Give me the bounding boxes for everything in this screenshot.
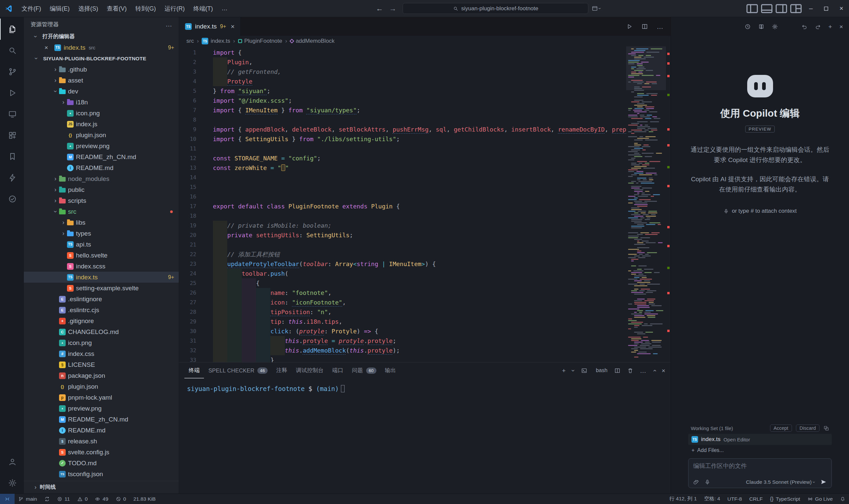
tree-item-changelog-md[interactable]: CCHANGELOG.md xyxy=(24,326,179,337)
close-editor-icon[interactable]: × xyxy=(45,44,48,51)
new-edit-session-icon[interactable]: + xyxy=(829,23,832,30)
tree-item-asset[interactable]: ›asset xyxy=(24,75,179,86)
close-panel-icon[interactable]: × xyxy=(662,367,665,374)
activity-extensions[interactable] xyxy=(0,125,24,146)
accept-button[interactable]: Accept xyxy=(770,425,792,432)
breadcrumb-index.ts[interactable]: TSindex.ts xyxy=(202,38,230,44)
status-blocked-status[interactable]: 0 xyxy=(112,494,130,504)
activity-live-server[interactable] xyxy=(0,167,24,188)
maximize-panel-icon[interactable]: › xyxy=(651,370,657,372)
mic-icon[interactable] xyxy=(705,479,710,485)
tree-item-license[interactable]: §LICENSE xyxy=(24,359,179,370)
tree-item-pnpm-lock-yaml[interactable]: ppnpm-lock.yaml xyxy=(24,392,179,403)
status-notifications[interactable] xyxy=(836,494,849,504)
status-indentation[interactable]: 空格: 4 xyxy=(700,494,724,504)
menu-selection[interactable]: 选择(S) xyxy=(74,5,103,13)
terminal-instance-icon[interactable] xyxy=(581,367,587,374)
tree-item-readme-zh-cn-md[interactable]: MREADME_zh_CN.md xyxy=(24,414,179,425)
split-terminal-icon[interactable] xyxy=(614,367,621,374)
activity-run-and-debug[interactable] xyxy=(0,82,24,103)
breadcrumb-src[interactable]: src xyxy=(186,38,194,44)
tree-item-i18n[interactable]: ›i18n xyxy=(24,97,179,108)
menu-more[interactable]: … xyxy=(217,5,232,12)
tree-item-api-ts[interactable]: TSapi.ts xyxy=(24,239,179,250)
tree-item-scripts[interactable]: ›scripts xyxy=(24,195,179,206)
tree-item-icon-png[interactable]: ▲icon.png xyxy=(24,108,179,119)
terminal[interactable]: siyuan-plugin-blockref-footnote $ (main) xyxy=(179,378,671,493)
breadcrumb-addmemoblock[interactable]: addMemoBlock xyxy=(290,38,335,44)
tree-item-src[interactable]: ›src xyxy=(24,206,179,217)
menu-view[interactable]: 查看(V) xyxy=(103,5,131,13)
open-notebook-icon[interactable] xyxy=(758,23,764,30)
workspace-root-header[interactable]: › SIYUAN-PLUGIN-BLOCKREF-FOOTNOTE xyxy=(24,53,179,64)
panel-tab-输出[interactable]: 输出 xyxy=(381,362,400,378)
close-tab-icon[interactable]: × xyxy=(231,23,235,31)
menu-run[interactable]: 运行(R) xyxy=(160,5,189,13)
close-window-button[interactable]: × xyxy=(834,0,849,17)
open-diff-icon[interactable] xyxy=(824,426,829,431)
redo-edit-icon[interactable] xyxy=(815,23,821,30)
split-editor-icon[interactable] xyxy=(641,23,648,30)
minimize-button[interactable]: – xyxy=(803,0,818,17)
tree-item-plugin-json[interactable]: {}plugin.json xyxy=(24,129,179,141)
tree-item-package-json[interactable]: npackage.json xyxy=(24,370,179,381)
tree-item-types[interactable]: ›types xyxy=(24,228,179,239)
tree-item-index-scss[interactable]: Sindex.scss xyxy=(24,261,179,272)
tree-item--github[interactable]: ›.github xyxy=(24,64,179,75)
configure-icon[interactable] xyxy=(772,23,778,30)
activity-settings[interactable] xyxy=(0,472,24,493)
remote-window-menu[interactable]: › xyxy=(592,5,601,12)
status-spell-checker-status[interactable]: 49 xyxy=(91,494,112,504)
status-git-sync[interactable] xyxy=(41,494,53,504)
history-icon[interactable] xyxy=(745,23,751,30)
panel-tab-问题[interactable]: 问题60 xyxy=(348,362,380,378)
status-problems-warnings[interactable]: 0 xyxy=(74,494,91,504)
status-cursor-position[interactable]: 行 412, 列 1 xyxy=(665,494,700,504)
menu-file[interactable]: 文件(F) xyxy=(17,5,46,13)
new-terminal-icon[interactable]: + xyxy=(562,367,566,374)
tree-item-preview-png[interactable]: ▲preview.png xyxy=(24,141,179,151)
tree-item-libs[interactable]: ›libs xyxy=(24,217,179,228)
timeline-section[interactable]: › 时间线 xyxy=(24,481,179,493)
panel-tab-注释[interactable]: 注释 xyxy=(272,362,292,378)
tree-item-index-css[interactable]: #index.css xyxy=(24,348,179,359)
activity-accounts[interactable] xyxy=(0,451,24,472)
tree-item-svelte-config-js[interactable]: Ssvelte.config.js xyxy=(24,447,179,457)
menu-terminal[interactable]: 终端(T) xyxy=(189,5,217,13)
launch-profile-icon[interactable]: › xyxy=(570,370,576,372)
tree-item-index-js[interactable]: JSindex.js xyxy=(24,119,179,129)
tree-item--gitignore[interactable]: +.gitignore xyxy=(24,316,179,326)
discard-button[interactable]: Discard xyxy=(796,425,819,432)
status-remote-indicator[interactable] xyxy=(0,494,15,504)
add-files-button[interactable]: + Add Files... xyxy=(688,445,832,456)
status-git-branch[interactable]: main xyxy=(15,494,41,504)
status-problems-errors[interactable]: 11 xyxy=(53,494,74,504)
minimap[interactable] xyxy=(626,47,666,362)
activity-remote-explorer[interactable] xyxy=(0,103,24,125)
activity-bookmarks[interactable] xyxy=(0,146,24,167)
more-actions-icon[interactable]: … xyxy=(640,367,646,374)
customize-layout-icon[interactable] xyxy=(789,0,803,17)
tree-item--eslintrc-cjs[interactable]: E.eslintrc.cjs xyxy=(24,305,179,316)
status-language-mode[interactable]: {}TypeScript xyxy=(766,494,804,504)
status-go-live[interactable]: Go Live xyxy=(804,494,836,504)
panel-tab-终端[interactable]: 终端 xyxy=(185,362,204,378)
copilot-input-box[interactable]: Claude 3.5 Sonnet (Preview) › xyxy=(688,458,832,488)
toggle-primary-sidebar-icon[interactable] xyxy=(745,0,760,17)
command-center-search[interactable]: siyuan-plugin-blockref-footnote xyxy=(403,3,588,14)
tree-item-readme-md[interactable]: iREADME.md xyxy=(24,425,179,436)
attach-icon[interactable] xyxy=(693,479,699,485)
tree-item-hello-svelte[interactable]: Shello.svelte xyxy=(24,250,179,261)
status-eol[interactable]: CRLF xyxy=(746,494,766,504)
tree-item-node-modules[interactable]: ›node_modules xyxy=(24,173,179,184)
activity-source-control[interactable] xyxy=(0,61,24,82)
activity-explorer[interactable] xyxy=(0,19,24,40)
code-editor[interactable]: 1import {2 Plugin,3 // getFrontend,4 Pro… xyxy=(179,47,671,362)
tree-item-setting-example-svelte[interactable]: Ssetting-example.svelte xyxy=(24,283,179,293)
tree-item-plugin-json[interactable]: {}plugin.json xyxy=(24,381,179,392)
tree-item-preview-png[interactable]: ▲preview.png xyxy=(24,403,179,414)
activity-testing[interactable] xyxy=(0,188,24,210)
menu-goto[interactable]: 转到(G) xyxy=(131,5,160,13)
tree-item-icon-png[interactable]: ▲icon.png xyxy=(24,337,179,348)
more-actions-icon[interactable]: … xyxy=(657,23,663,30)
